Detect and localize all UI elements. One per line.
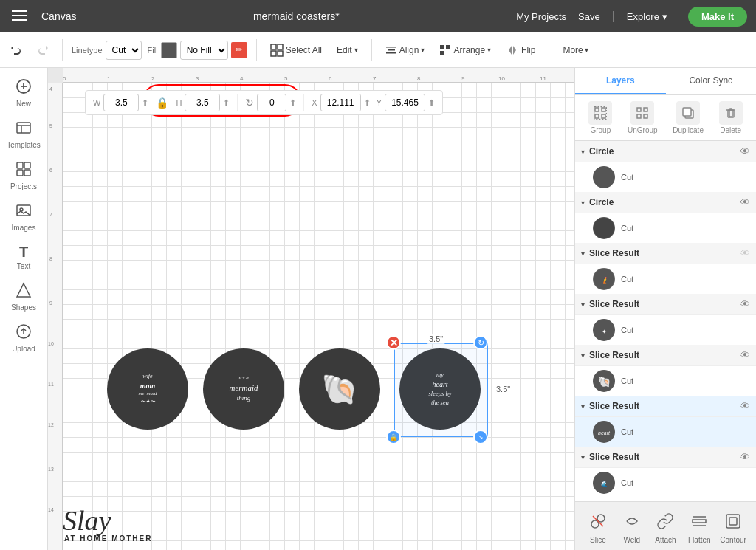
layer-header-slice-3: ▾ Slice Result 👁 bbox=[575, 345, 756, 365]
svg-rect-32 bbox=[637, 114, 641, 118]
flatten-button[interactable]: Flatten bbox=[686, 508, 712, 544]
sidebar-item-templates[interactable]: Templates bbox=[0, 115, 47, 154]
svg-rect-16 bbox=[17, 123, 30, 133]
group-button[interactable]: Group bbox=[588, 101, 612, 134]
layer-group-circle-2: ▾ Circle 👁 Cut bbox=[575, 192, 756, 243]
svg-rect-9 bbox=[386, 52, 396, 54]
workspace: New Templates Projects Images T Text bbox=[0, 68, 756, 550]
canvas-area[interactable]: 0 1 2 3 4 5 6 7 8 9 10 11 12 13 4 5 6 7 … bbox=[48, 68, 574, 550]
visibility-icon-slice-3[interactable]: 👁 bbox=[740, 349, 750, 361]
design-circle-4[interactable]: my heart sleeps by the sea bbox=[399, 348, 481, 430]
svg-rect-53 bbox=[726, 515, 740, 528]
layer-header-circle-1: ▾ Circle 👁 bbox=[575, 141, 756, 162]
fill-label: Fill bbox=[148, 46, 158, 55]
make-it-button[interactable]: Make It bbox=[688, 7, 747, 27]
lock-handle[interactable]: 🔒 bbox=[386, 430, 401, 444]
rotate-handle[interactable]: ↻ bbox=[473, 335, 488, 350]
visibility-icon-circle-2[interactable]: 👁 bbox=[740, 196, 750, 208]
lock-icon[interactable]: 🔒 bbox=[156, 97, 168, 109]
menu-button[interactable] bbox=[9, 5, 30, 28]
layer-group-slice-3: ▾ Slice Result 👁 🐚 Cut bbox=[575, 345, 756, 396]
flatten-icon bbox=[686, 508, 712, 534]
height-group: H ⬆ bbox=[176, 94, 230, 111]
select-all-button[interactable]: Select All bbox=[266, 41, 326, 60]
height-label: H bbox=[176, 98, 182, 107]
layer-header-slice-4: ▾ Slice Result 👁 bbox=[575, 396, 756, 416]
undo-button[interactable] bbox=[6, 40, 27, 60]
redo-button[interactable] bbox=[32, 40, 53, 60]
sidebar-item-new[interactable]: New bbox=[0, 74, 47, 112]
sidebar-item-projects[interactable]: Projects bbox=[0, 157, 47, 195]
edit-button[interactable]: Edit ▾ bbox=[332, 42, 362, 58]
my-projects-link[interactable]: My Projects bbox=[516, 11, 566, 22]
sidebar-item-text[interactable]: T Text bbox=[0, 239, 47, 275]
delete-handle[interactable]: ✕ bbox=[386, 335, 401, 350]
visibility-icon-circle-1[interactable]: 👁 bbox=[740, 145, 750, 157]
visibility-icon-slice-4[interactable]: 👁 bbox=[740, 400, 750, 412]
layer-item-slice-1[interactable]: 🧜 Cut bbox=[575, 264, 756, 294]
attach-icon bbox=[652, 508, 678, 534]
layer-item-circle-1[interactable]: Cut bbox=[575, 162, 756, 192]
layer-item-slice-4[interactable]: heart Cut bbox=[575, 416, 756, 447]
weld-button[interactable]: Weld bbox=[619, 508, 645, 544]
height-input[interactable] bbox=[185, 94, 220, 111]
svg-rect-10 bbox=[440, 45, 444, 49]
align-button[interactable]: Align ▾ bbox=[381, 41, 430, 59]
design-circle-2[interactable]: it's a mermaid thing bbox=[203, 348, 284, 430]
width-input[interactable] bbox=[103, 94, 139, 111]
delete-button[interactable]: Delete bbox=[719, 101, 743, 134]
visibility-icon-slice-1[interactable]: 👁 bbox=[740, 247, 750, 259]
layer-thumb-slice-5: 🌊 bbox=[593, 472, 615, 494]
layer-item-slice-5[interactable]: 🌊 Cut bbox=[575, 467, 756, 498]
svg-text:heart: heart bbox=[598, 430, 611, 436]
ungroup-button[interactable]: UnGroup bbox=[628, 101, 658, 134]
svg-rect-3 bbox=[271, 44, 276, 49]
design-circle-3[interactable]: 🐚 bbox=[299, 348, 380, 430]
sidebar-item-upload[interactable]: Upload bbox=[0, 319, 47, 357]
save-link[interactable]: Save bbox=[578, 11, 600, 22]
y-label: Y bbox=[377, 98, 382, 107]
resize-handle[interactable]: ↘ bbox=[473, 430, 488, 444]
layer-item-slice-3[interactable]: 🐚 Cut bbox=[575, 365, 756, 396]
y-input[interactable] bbox=[385, 94, 425, 111]
layer-item-slice-2[interactable]: ✦ Cut bbox=[575, 314, 756, 345]
linetype-label: Linetype bbox=[72, 46, 103, 55]
more-button[interactable]: More ▾ bbox=[558, 42, 592, 58]
linetype-group: Linetype Cut bbox=[72, 41, 142, 60]
layer-item-circle-2[interactable]: Cut bbox=[575, 213, 756, 243]
tab-color-sync[interactable]: Color Sync bbox=[666, 68, 757, 94]
svg-rect-12 bbox=[440, 51, 444, 55]
layer-thumb-slice-4: heart bbox=[593, 421, 615, 443]
duplicate-icon bbox=[676, 101, 700, 125]
rotate-group: ↻ ⬆ bbox=[237, 94, 296, 111]
explore-dropdown[interactable]: Explore ▾ bbox=[627, 11, 667, 22]
app-title: Canvas bbox=[41, 10, 76, 22]
fill-edit-icon[interactable]: ✏ bbox=[231, 42, 247, 58]
duplicate-button[interactable]: Duplicate bbox=[673, 101, 704, 134]
weld-icon bbox=[619, 508, 645, 534]
nav-links: My Projects Save | Explore ▾ bbox=[516, 10, 667, 23]
slice-button[interactable]: Slice bbox=[585, 508, 611, 544]
visibility-icon-slice-2[interactable]: 👁 bbox=[740, 298, 750, 310]
linetype-select[interactable]: Cut bbox=[106, 41, 142, 60]
sidebar-item-images[interactable]: Images bbox=[0, 198, 47, 236]
design-circle-1[interactable]: wife mom mermaid 〜✦〜 bbox=[107, 348, 188, 430]
layers-list: ▾ Circle 👁 Cut ▾ Circle 👁 bbox=[575, 141, 756, 501]
rotate-input[interactable] bbox=[257, 94, 286, 111]
contour-button[interactable]: Contour bbox=[720, 508, 746, 544]
x-input[interactable] bbox=[320, 94, 361, 111]
panel-bottom-tools: Slice Weld Attach Flatten bbox=[575, 501, 756, 550]
group-icon bbox=[588, 101, 612, 125]
fill-color-swatch[interactable] bbox=[161, 42, 177, 58]
attach-button[interactable]: Attach bbox=[652, 508, 678, 544]
tab-layers[interactable]: Layers bbox=[575, 68, 666, 94]
sidebar-item-shapes[interactable]: Shapes bbox=[0, 278, 47, 316]
arrange-button[interactable]: Arrange ▾ bbox=[435, 41, 495, 59]
svg-rect-31 bbox=[644, 108, 647, 111]
x-label: X bbox=[312, 98, 317, 107]
visibility-icon-slice-5[interactable]: 👁 bbox=[740, 451, 750, 463]
slice-icon bbox=[585, 508, 611, 534]
layer-thumb-circle-1 bbox=[593, 166, 615, 188]
flip-button[interactable]: Flip bbox=[501, 41, 540, 59]
fill-select[interactable]: No Fill bbox=[180, 41, 228, 60]
